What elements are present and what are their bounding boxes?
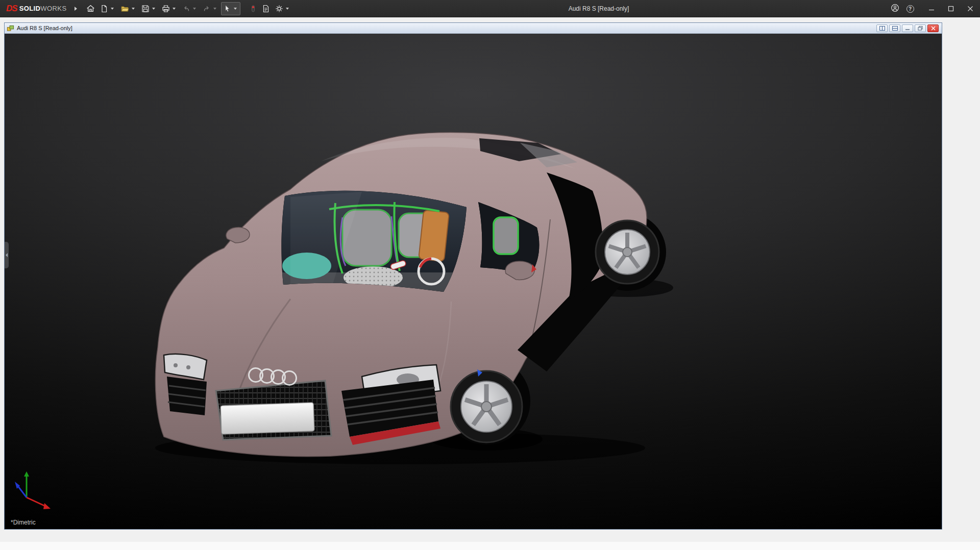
interior-seat-through-window	[494, 217, 518, 254]
open-folder-icon	[120, 5, 129, 13]
doc-tile-horizontal-button[interactable]	[876, 24, 888, 32]
doc-tile-vertical-button[interactable]	[889, 24, 900, 32]
doc-close-icon	[931, 26, 936, 31]
doc-minimize-button[interactable]	[902, 24, 913, 32]
tile-horizontal-icon	[879, 26, 885, 31]
open-button[interactable]	[118, 2, 138, 15]
assembly-document-icon	[7, 24, 14, 32]
account-icon	[891, 4, 899, 14]
undo-button[interactable]	[180, 2, 200, 15]
brand-name-secondary: WORKS	[40, 5, 66, 12]
document-window: Audi R8 S [Read-only]	[4, 22, 942, 530]
document-window-controls	[876, 24, 940, 32]
minimize-icon	[928, 6, 935, 12]
orientation-triad	[15, 471, 51, 509]
select-dropdown-icon[interactable]	[234, 8, 237, 10]
document-titlebar[interactable]: Audi R8 S [Read-only]	[5, 23, 942, 34]
new-document-icon	[100, 5, 108, 13]
close-icon	[967, 6, 973, 12]
save-button[interactable]	[139, 2, 159, 15]
titlebar-right-controls: ?	[887, 0, 980, 17]
save-icon	[141, 5, 150, 13]
save-dropdown-icon[interactable]	[152, 8, 155, 10]
print-dropdown-icon[interactable]	[173, 8, 176, 10]
document-title: Audi R8 S [Read-only]	[17, 25, 72, 31]
options-dropdown-icon[interactable]	[286, 8, 289, 10]
3d-viewport[interactable]: *Dimetric	[5, 34, 942, 529]
side-mirror-left	[226, 228, 250, 243]
doc-restore-button[interactable]	[915, 24, 926, 32]
select-tool-button[interactable]	[221, 2, 240, 15]
quick-access-toolbar	[84, 2, 292, 15]
print-button[interactable]	[160, 2, 179, 15]
intake-left	[167, 377, 207, 415]
brand-name-primary: SOLID	[19, 5, 41, 12]
home-button[interactable]	[84, 2, 97, 15]
app-titlebar: DS SOLID WORKS	[0, 0, 980, 17]
file-properties-icon	[262, 5, 270, 13]
solidworks-logo: DS SOLID WORKS	[0, 0, 66, 17]
ds-logo-icon: DS	[6, 4, 17, 14]
interior-orange-panel	[419, 210, 449, 262]
file-properties-button[interactable]	[260, 2, 272, 15]
app-window-title: Audi R8 S [Read-only]	[569, 0, 629, 17]
open-dropdown-icon[interactable]	[132, 8, 135, 10]
help-button[interactable]: ?	[902, 2, 918, 16]
license-plate	[220, 403, 314, 434]
rebuild-button[interactable]	[248, 2, 259, 15]
app-maximize-button[interactable]	[941, 0, 961, 17]
front-grille	[216, 381, 331, 440]
undo-dropdown-icon[interactable]	[193, 8, 196, 10]
doc-restore-icon	[918, 26, 923, 31]
print-icon	[162, 5, 170, 13]
help-icon: ?	[906, 5, 914, 13]
feature-panel-flyout-tab[interactable]	[5, 242, 9, 268]
new-document-button[interactable]	[98, 2, 117, 15]
rebuild-icon	[250, 5, 257, 13]
undo-icon	[182, 5, 190, 13]
app-close-button[interactable]	[961, 0, 980, 17]
view-orientation-label: *Dimetric	[11, 519, 36, 526]
redo-dropdown-icon[interactable]	[213, 8, 216, 10]
car-model-render	[5, 34, 942, 529]
options-gear-icon	[275, 5, 283, 13]
maximize-icon	[948, 6, 954, 12]
doc-close-button[interactable]	[927, 24, 939, 32]
menu-expand-chevron-icon[interactable]	[75, 7, 77, 11]
status-bar	[0, 531, 980, 542]
select-cursor-icon	[223, 5, 231, 13]
app-minimize-button[interactable]	[922, 0, 941, 17]
tile-vertical-icon	[892, 26, 898, 31]
options-button[interactable]	[273, 2, 292, 15]
chevron-left-icon	[6, 253, 8, 257]
redo-icon	[203, 5, 211, 13]
doc-minimize-icon	[905, 26, 910, 31]
home-icon	[86, 4, 95, 13]
redo-button[interactable]	[201, 2, 220, 15]
bottom-strip	[0, 542, 980, 550]
new-document-dropdown-icon[interactable]	[111, 8, 114, 10]
wheel-rear	[596, 220, 659, 284]
wheel-front	[451, 369, 522, 442]
account-button[interactable]	[887, 2, 902, 16]
